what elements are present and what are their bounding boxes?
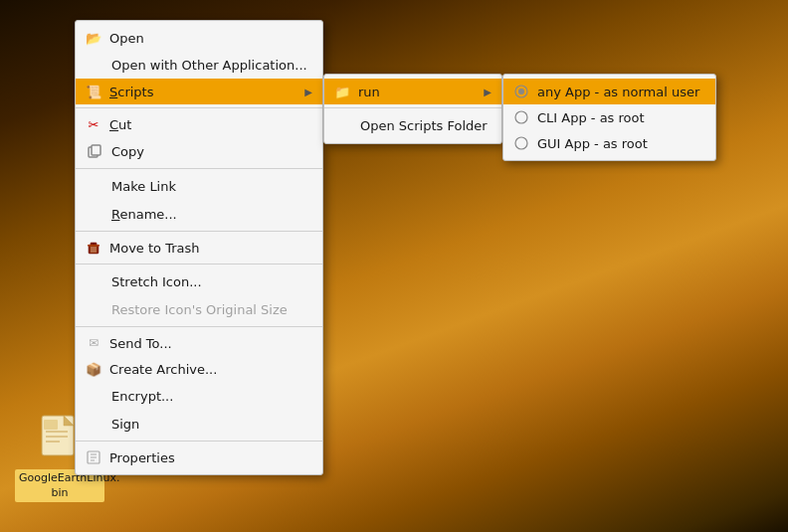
open-icon: 📂	[86, 30, 101, 46]
menu-label-stretch-icon: Stretch Icon...	[111, 274, 202, 289]
menu-label-scripts: Scripts	[109, 85, 154, 99]
cli-app-icon	[513, 109, 529, 125]
submenu-run: 📁 run ▶ Open Scripts Folder	[323, 74, 502, 144]
run-folder-icon: 📁	[334, 84, 350, 99]
rename-icon	[86, 205, 103, 223]
menu-item-open[interactable]: 📂 Open	[76, 25, 322, 51]
run-submenu-arrow: ▶	[484, 87, 492, 97]
stretch-icon-icon	[86, 272, 103, 290]
open-scripts-folder-icon	[334, 116, 352, 134]
sign-icon	[86, 415, 103, 433]
menu-item-rename[interactable]: Rename...	[76, 200, 322, 228]
run-separator	[324, 107, 501, 108]
svg-point-15	[515, 111, 527, 123]
scripts-submenu-arrow: ▶	[304, 87, 312, 97]
submenu-open-scripts-folder-label: Open Scripts Folder	[360, 118, 488, 133]
menu-label-send-to: Send To...	[109, 336, 172, 351]
restore-size-icon	[86, 300, 103, 318]
create-archive-icon: 📦	[86, 361, 101, 377]
trash-icon	[86, 240, 101, 256]
menu-item-open-with[interactable]: Open with Other Application...	[76, 51, 322, 79]
menu-item-encrypt[interactable]: Encrypt...	[76, 382, 322, 410]
svg-rect-4	[88, 245, 99, 247]
submenu-any-app[interactable]: any App - as normal user	[503, 79, 715, 104]
scripts-icon: 📜	[86, 84, 101, 99]
menu-label-copy: Copy	[111, 144, 144, 159]
svg-point-14	[518, 89, 524, 94]
menu-label-move-to-trash: Move to Trash	[109, 241, 200, 256]
menu-item-send-to[interactable]: ✉ Send To...	[76, 330, 322, 356]
open-with-icon	[86, 56, 103, 74]
menu-label-restore-size: Restore Icon's Original Size	[111, 302, 288, 317]
make-link-icon	[86, 177, 103, 195]
menu-label-encrypt: Encrypt...	[111, 389, 173, 404]
menu-label-sign: Sign	[111, 417, 139, 432]
menu-item-scripts[interactable]: 📜 Scripts ▶	[76, 79, 322, 104]
menu-label-open: Open	[109, 31, 144, 46]
menu-item-make-link[interactable]: Make Link	[76, 172, 322, 200]
send-to-icon: ✉	[86, 335, 101, 351]
properties-icon	[86, 449, 101, 465]
submenu-run-item[interactable]: 📁 run ▶	[324, 79, 501, 104]
context-menu: 📂 Open Open with Other Application... 📜 …	[75, 20, 323, 475]
submenu-open-scripts-folder[interactable]: Open Scripts Folder	[324, 111, 501, 139]
submenu-apps: any App - as normal user CLI App - as ro…	[502, 74, 716, 161]
separator-4	[76, 264, 322, 265]
menu-label-make-link: Make Link	[111, 179, 176, 194]
separator-2	[76, 168, 322, 169]
encrypt-icon	[86, 387, 103, 405]
menu-item-stretch-icon[interactable]: Stretch Icon...	[76, 267, 322, 295]
menu-label-rename: Rename...	[111, 207, 177, 222]
menu-item-copy[interactable]: Copy	[76, 137, 322, 165]
menu-item-restore-size[interactable]: Restore Icon's Original Size	[76, 295, 322, 323]
menu-item-create-archive[interactable]: 📦 Create Archive...	[76, 356, 322, 382]
svg-rect-22	[44, 420, 58, 430]
menu-label-properties: Properties	[109, 450, 175, 465]
svg-point-16	[515, 137, 527, 149]
any-app-icon	[513, 84, 529, 99]
menu-label-cut: Cut	[109, 117, 131, 132]
separator-1	[76, 107, 322, 108]
separator-5	[76, 326, 322, 327]
separator-3	[76, 231, 322, 232]
submenu-run-label: run	[358, 85, 380, 99]
submenu-any-app-label: any App - as normal user	[537, 85, 699, 99]
gui-app-icon	[513, 135, 529, 151]
menu-label-open-with: Open with Other Application...	[111, 58, 307, 73]
menu-item-properties[interactable]: Properties	[76, 444, 322, 470]
svg-rect-1	[92, 145, 100, 155]
submenu-cli-app[interactable]: CLI App - as root	[503, 104, 715, 130]
copy-icon	[86, 142, 103, 160]
menu-label-create-archive: Create Archive...	[109, 362, 217, 377]
cut-icon: ✂	[86, 116, 101, 132]
separator-6	[76, 441, 322, 442]
submenu-gui-app-label: GUI App - as root	[537, 136, 648, 151]
menu-item-move-to-trash[interactable]: Move to Trash	[76, 235, 322, 261]
menu-item-cut[interactable]: ✂ Cut	[76, 111, 322, 137]
submenu-gui-app[interactable]: GUI App - as root	[503, 130, 715, 156]
submenu-cli-app-label: CLI App - as root	[537, 110, 645, 125]
menu-item-sign[interactable]: Sign	[76, 410, 322, 438]
